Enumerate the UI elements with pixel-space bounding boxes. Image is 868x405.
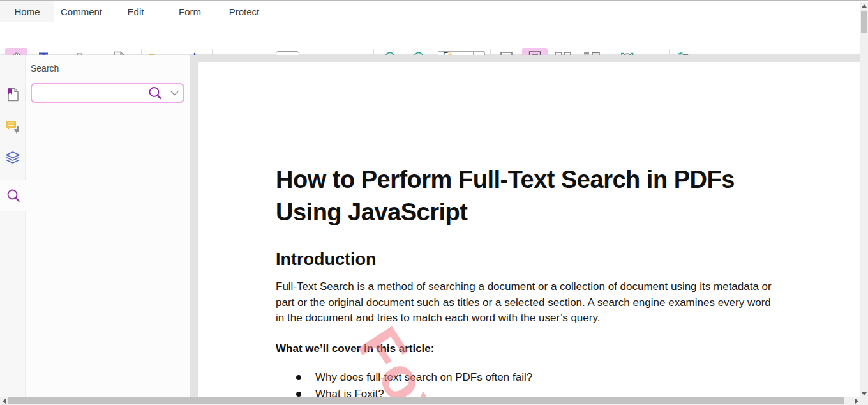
menu-tab-protect[interactable]: Protect — [217, 1, 271, 22]
menu-bar: Home Comment Edit Form Protect — [0, 1, 868, 22]
search-input[interactable] — [32, 84, 146, 102]
navigation-rail — [0, 55, 26, 397]
page-top-gap — [198, 55, 860, 62]
document-bullet-list: Why does full-text search on PDFs often … — [290, 371, 532, 397]
document-viewport[interactable]: How to Perform Full-Text Search in PDFs … — [198, 55, 860, 397]
search-panel-title: Search — [31, 63, 59, 73]
search-options-chevron-down-icon[interactable] — [165, 91, 183, 96]
search-icon — [148, 86, 162, 100]
scroll-left-arrow-icon[interactable] — [0, 397, 8, 405]
comments-panel-icon — [6, 120, 20, 134]
scroll-right-arrow-icon[interactable] — [853, 397, 860, 405]
document-paragraph: Full-Text Search is a method of searchin… — [276, 279, 777, 326]
toolbar: / 8 — [0, 22, 868, 55]
vertical-scrollbar[interactable] — [860, 2, 868, 397]
horizontal-scrollbar-thumb[interactable] — [8, 397, 844, 404]
sidebar-item-layers[interactable] — [0, 145, 26, 171]
menu-tab-comment[interactable]: Comment — [54, 1, 108, 22]
panel-resize-splitter[interactable] — [190, 55, 198, 397]
bookmarks-panel-icon — [6, 88, 19, 102]
scrollbar-corner — [860, 397, 868, 405]
list-item: What is Foxit? — [290, 388, 532, 397]
menu-tab-home[interactable]: Home — [0, 1, 54, 22]
search-panel: Search — [26, 55, 190, 397]
menu-tab-edit[interactable]: Edit — [108, 1, 163, 22]
sidebar-item-search[interactable] — [0, 180, 26, 211]
search-panel-icon — [6, 188, 20, 202]
document-title: How to Perform Full-Text Search in PDFs … — [276, 164, 786, 229]
menu-tab-form[interactable]: Form — [163, 1, 217, 22]
layers-panel-icon — [6, 151, 20, 164]
sidebar-item-comments[interactable] — [0, 114, 26, 139]
search-box — [31, 83, 184, 103]
search-submit-button[interactable] — [146, 86, 165, 100]
vertical-scrollbar-thumb[interactable] — [861, 11, 867, 33]
list-item: Why does full-text search on PDFs often … — [290, 371, 532, 383]
horizontal-scrollbar[interactable] — [0, 397, 860, 405]
sidebar-item-bookmarks[interactable] — [0, 82, 26, 107]
document-heading-introduction: Introduction — [276, 250, 376, 270]
document-subheading: What we’ll cover in this article: — [276, 342, 434, 355]
scroll-up-arrow-icon[interactable] — [860, 2, 868, 10]
pdf-editor-window: Home Comment Edit Form Protect — [0, 0, 868, 405]
